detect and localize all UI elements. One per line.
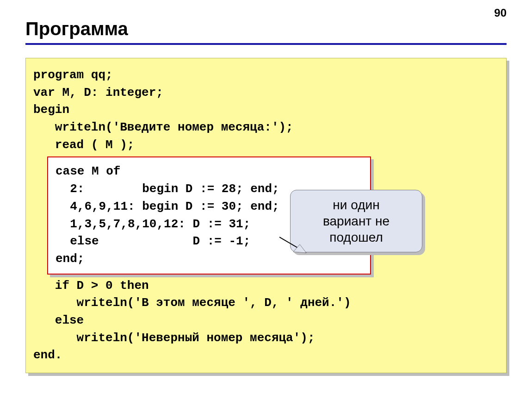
highlight-wrap: case M of 2: begin D := 28; end; 4,6,9,1… — [47, 156, 499, 274]
title-underline — [25, 43, 507, 45]
svg-marker-1 — [293, 244, 306, 253]
callout-bubble: ни один вариант не подошел — [290, 190, 422, 252]
code-after: if D > 0 then writeln('В этом месяце ', … — [33, 277, 499, 364]
slide: 90 Программа program qq; var M, D: integ… — [0, 0, 532, 400]
code-before: program qq; var M, D: integer; begin wri… — [33, 67, 499, 154]
slide-title: Программа — [25, 19, 507, 39]
callout-text: ни один вариант не подошел — [323, 198, 390, 244]
callout-pointer-icon — [279, 235, 307, 254]
page-number: 90 — [494, 6, 507, 19]
code-container: program qq; var M, D: integer; begin wri… — [25, 58, 507, 373]
